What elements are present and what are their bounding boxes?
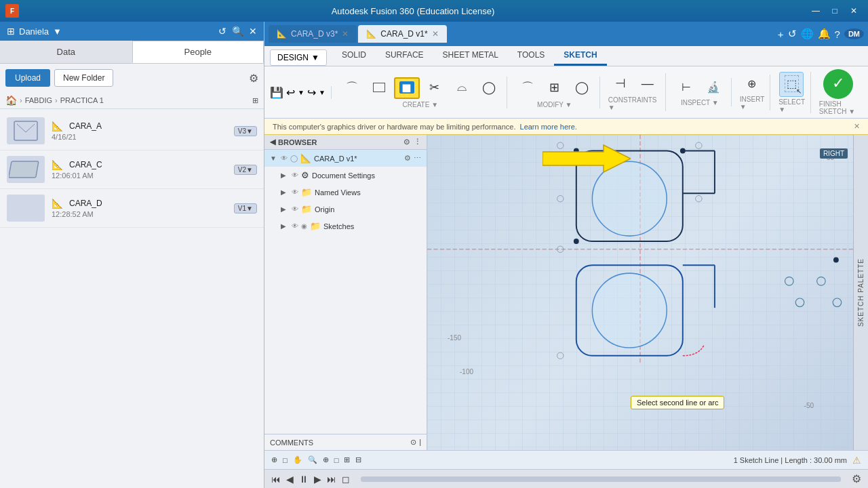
warning-link[interactable]: Learn more here. (520, 123, 577, 131)
version-badge[interactable]: V2▼ (234, 165, 257, 175)
breadcrumb-view-icon[interactable]: ⊞ (252, 96, 258, 105)
design-mode-dropdown[interactable]: DESIGN ▼ (270, 49, 327, 66)
globe-icon[interactable]: 🌐 (801, 28, 814, 40)
tab-close-icon[interactable]: ✕ (432, 29, 439, 39)
list-item[interactable]: 📐 CARA_A 4/16/21 V3▼ (0, 112, 264, 150)
visibility-icon[interactable]: 👁 (292, 188, 298, 196)
eye2-icon[interactable]: ◉ (301, 222, 307, 230)
expand-icon[interactable]: ▶ (281, 205, 289, 213)
fillet-tool-button[interactable]: ⌒ (515, 77, 540, 100)
offset-tool-button[interactable]: ⊞ (542, 77, 567, 99)
breadcrumb-practica[interactable]: PRACTICA 1 (60, 96, 104, 104)
visibility-icon[interactable]: 👁 (281, 155, 288, 162)
version-badge[interactable]: V3▼ (234, 126, 257, 136)
ribbon-tab-surface[interactable]: SURFACE (376, 46, 433, 66)
canvas-area[interactable]: 50 -150 -100 -50 RIGHT (427, 135, 868, 450)
status-icon-6[interactable]: □ (334, 456, 339, 464)
browser-search-icon[interactable]: ⊙ (403, 138, 410, 146)
modify-arrow[interactable]: ▼ (566, 101, 572, 108)
minimize-button[interactable]: — (807, 3, 825, 18)
new-folder-button[interactable]: New Folder (54, 69, 113, 87)
constraints-arrow[interactable]: ▼ (608, 104, 615, 111)
arc-tool-button[interactable]: ⌓ (450, 77, 474, 98)
ribbon-tab-sheet-metal[interactable]: SHEET METAL (433, 46, 508, 66)
inspect-button[interactable]: 🔬 (701, 78, 726, 98)
refresh-tab-icon[interactable]: ↺ (788, 28, 797, 40)
browser-item-origin[interactable]: ▶ 👁 📁 Origin (264, 201, 427, 218)
browser-settings-icon[interactable]: ⋮ (414, 138, 421, 146)
redo-dropdown[interactable]: ▼ (319, 89, 326, 96)
sketch-canvas[interactable] (427, 135, 853, 364)
create-arrow[interactable]: ▼ (431, 101, 438, 108)
status-icon-1[interactable]: ⊕ (271, 455, 277, 464)
select-button[interactable]: ⬚ ↖ (779, 72, 804, 97)
measure-button[interactable]: ⊢ (674, 78, 698, 98)
list-item[interactable]: 📐 CARA_C 12:06:01 AM V2▼ (0, 150, 264, 189)
settings-icon[interactable]: ⚙ (404, 154, 411, 163)
breadcrumb-fabdig[interactable]: FABDIG (25, 96, 52, 104)
skip-back-button[interactable]: ⏮ (271, 474, 281, 485)
maximize-button[interactable]: □ (826, 3, 844, 18)
collapse-panel-icon[interactable]: ◀ (270, 138, 275, 146)
redo-icon[interactable]: ↪ (307, 86, 316, 99)
line-tool-button[interactable]: ⌒ (340, 77, 364, 100)
tab-cara-d-v3[interactable]: 📐 CARA_D v3* ✕ (269, 25, 357, 43)
refresh-icon[interactable]: ↺ (218, 26, 226, 37)
constraint2-button[interactable]: — (635, 74, 660, 95)
ribbon-tab-sketch[interactable]: SKETCH (554, 46, 606, 66)
status-icon-7[interactable]: ⊞ (344, 455, 350, 464)
close-panel-icon[interactable]: ✕ (249, 26, 257, 37)
new-tab-icon[interactable]: + (778, 28, 784, 40)
insert-button[interactable]: ⊕ (740, 75, 764, 94)
playback-settings-icon[interactable]: ⚙ (852, 472, 861, 485)
version-badge[interactable]: V1▼ (234, 203, 257, 214)
close-button[interactable]: ✕ (845, 3, 863, 18)
bell-icon[interactable]: 🔔 (818, 28, 831, 40)
browser-item-doc-settings[interactable]: ▶ 👁 ⚙ Document Settings (264, 167, 427, 184)
expand-icon[interactable]: ▶ (281, 188, 289, 196)
status-icon-8[interactable]: ⊟ (355, 455, 361, 464)
warning-close-icon[interactable]: ✕ (854, 122, 860, 131)
constraint1-button[interactable]: ⊣ (608, 73, 633, 95)
browser-item-named-views[interactable]: ▶ 👁 📁 Named Views (264, 184, 427, 201)
help-icon[interactable]: ? (835, 28, 840, 40)
comment-pin-icon[interactable]: | (419, 438, 421, 447)
eye2-icon[interactable]: ◯ (290, 155, 298, 162)
tab-people[interactable]: People (132, 41, 264, 63)
status-icon-5[interactable]: ⊕ (323, 455, 329, 464)
inspect-arrow[interactable]: ▼ (712, 99, 719, 106)
user-name[interactable]: Daniela (19, 26, 49, 37)
circle-tool-button[interactable]: ◯ (477, 77, 501, 99)
search-icon[interactable]: 🔍 (232, 26, 243, 37)
status-icon-3[interactable]: ✋ (293, 455, 302, 464)
skip-forward-button[interactable]: ⏭ (327, 474, 336, 485)
ribbon-tab-solid[interactable]: SOLID (332, 46, 376, 66)
expand-icon[interactable]: ▶ (281, 171, 289, 179)
settings-icon[interactable]: ⚙ (249, 72, 258, 85)
play-button[interactable]: ▶ (314, 474, 321, 485)
ribbon-tab-tools[interactable]: TOOLS (508, 46, 554, 66)
save-icon[interactable]: 💾 (270, 86, 283, 99)
finish-sketch-button[interactable]: ✓ (823, 69, 853, 99)
insert-arrow[interactable]: ▼ (740, 103, 747, 110)
tab-cara-d-v1[interactable]: 📐 CARA_D v1* ✕ (358, 25, 446, 43)
status-icon-4[interactable]: 🔍 (308, 455, 317, 464)
expand-icon2[interactable]: ⋯ (414, 154, 421, 163)
home-icon[interactable]: 🏠 (5, 95, 17, 106)
expand-icon[interactable]: ▶ (281, 222, 289, 230)
timeline[interactable] (361, 476, 841, 482)
select-arrow[interactable]: ▼ (778, 106, 785, 113)
status-icon-2[interactable]: □ (283, 456, 288, 464)
user-dropdown-icon[interactable]: ▼ (53, 26, 62, 37)
list-item[interactable]: 📐 CARA_D 12:28:52 AM V1▼ (0, 189, 264, 228)
undo-dropdown[interactable]: ▼ (298, 89, 304, 96)
finish-arrow[interactable]: ▼ (848, 108, 855, 115)
tab-close-icon[interactable]: ✕ (342, 29, 349, 39)
record-button[interactable]: ◻ (342, 474, 350, 485)
pause-button[interactable]: ⏸ (299, 474, 309, 485)
browser-item-cara-d[interactable]: ▼ 👁 ◯ 📐 CARA_D v1* ⚙ ⋯ (264, 150, 427, 167)
trim-tool-button[interactable]: ✂ (422, 77, 447, 99)
user-avatar[interactable]: DM (844, 28, 864, 39)
undo-icon[interactable]: ↩ (286, 86, 295, 99)
tab-data[interactable]: Data (0, 41, 132, 63)
